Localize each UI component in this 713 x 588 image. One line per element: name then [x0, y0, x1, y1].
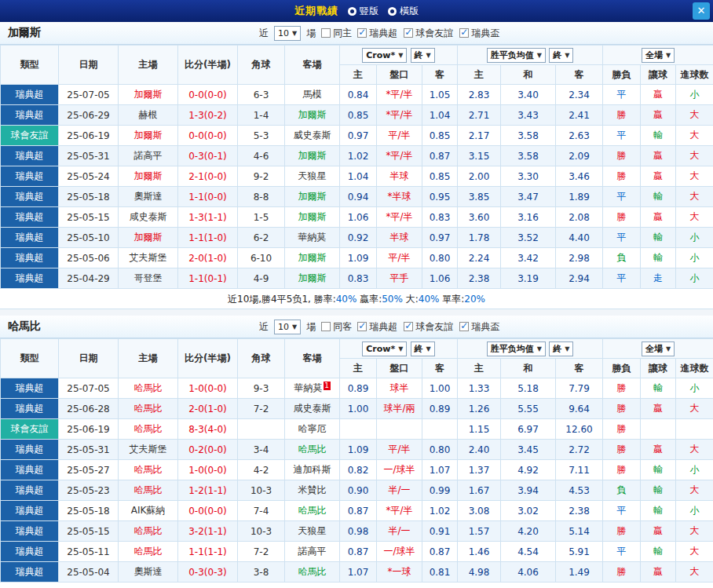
red-card-badge: 1	[324, 382, 331, 390]
league-label[interactable]: 瑞典盃	[471, 27, 499, 40]
league-label[interactable]: 瑞典超	[369, 320, 397, 334]
eu-away-odds: 2.09	[556, 146, 603, 166]
bookmaker-select[interactable]: Crow*▼	[362, 48, 407, 63]
league-checkbox-icon[interactable]	[357, 28, 367, 38]
layout-option-label[interactable]: 豎版	[360, 5, 378, 18]
league-filter[interactable]: 瑞典盃	[459, 27, 499, 40]
col-type: 類型	[1, 339, 59, 378]
league-label[interactable]: 球會友誼	[415, 320, 453, 334]
final-odds-select[interactable]: 終▼	[549, 341, 573, 356]
home-team: 加爾斯	[119, 166, 178, 187]
corner-score: 1-5	[238, 207, 285, 228]
league-checkbox-icon[interactable]	[357, 322, 367, 331]
close-icon[interactable]: ✕	[693, 2, 710, 20]
goals-result: 大	[676, 521, 713, 542]
average-odds-select[interactable]: 胜平负均值▼	[487, 48, 546, 63]
layout-option-horizontal[interactable]: 橫版	[388, 5, 419, 18]
league-type: 瑞典超	[1, 501, 59, 521]
ah-line: 一/球半	[377, 460, 422, 480]
checkbox-icon[interactable]	[321, 28, 331, 38]
match-score: 1-1(0-1)	[178, 268, 238, 289]
goals-result: 大	[676, 440, 713, 460]
match-score: 1-2(1-1)	[178, 480, 238, 501]
same-venue-label[interactable]: 同客	[333, 320, 352, 334]
final-odds-select[interactable]: 終▼	[411, 48, 435, 63]
goals-result: 大	[676, 562, 713, 583]
match-date: 25-04-29	[59, 268, 119, 289]
ah-home-odds: 1.06	[340, 207, 377, 228]
ah-away-odds: 0.89	[422, 399, 458, 419]
match-score: 1-3(1-1)	[178, 207, 238, 228]
radio-icon[interactable]	[388, 7, 397, 16]
eu-draw-odds: 3.43	[501, 105, 556, 126]
league-checkbox-icon[interactable]	[459, 322, 469, 331]
league-filter[interactable]: 球會友誼	[404, 320, 453, 334]
league-label[interactable]: 瑞典盃	[471, 320, 499, 334]
asian-odds-filters: Crow*▼ 終▼	[340, 46, 458, 65]
handicap-result: 輸	[641, 126, 676, 146]
league-filter[interactable]: 瑞典超	[357, 320, 397, 334]
eu-draw-odds: 3.94	[501, 480, 556, 501]
checkbox-icon[interactable]	[321, 322, 331, 331]
same-venue-label[interactable]: 同主	[333, 27, 352, 40]
league-type: 瑞典超	[1, 562, 59, 583]
layout-option-label[interactable]: 橫版	[400, 5, 419, 18]
away-team: 哈馬比	[285, 440, 340, 460]
layout-option-vertical[interactable]: 豎版	[348, 5, 378, 18]
col-ah-home: 主	[340, 65, 377, 85]
league-checkbox-icon[interactable]	[404, 322, 413, 331]
scope-select[interactable]: 全場▼	[642, 48, 675, 63]
final-odds-select[interactable]: 終▼	[549, 48, 573, 63]
eu-draw-odds: 4.92	[501, 460, 556, 480]
corner-score: 7-2	[238, 399, 285, 419]
ah-line	[377, 419, 422, 440]
col-home: 主場	[119, 46, 178, 85]
corner-score: 3-4	[238, 440, 285, 460]
league-label[interactable]: 瑞典超	[369, 27, 397, 40]
bookmaker-select[interactable]: Crow*▼	[362, 341, 407, 356]
league-checkbox-icon[interactable]	[404, 28, 413, 38]
home-team: 哈馬比	[119, 378, 178, 399]
league-checkbox-icon[interactable]	[459, 28, 469, 38]
eu-draw-odds: 4.20	[501, 521, 556, 542]
corner-score: 7-4	[238, 501, 285, 521]
average-odds-select[interactable]: 胜平负均值▼	[487, 341, 546, 356]
league-filter[interactable]: 球會友誼	[404, 27, 453, 40]
ah-away-odds: 1.05	[422, 85, 458, 105]
stat-label: 勝率:	[311, 294, 336, 305]
match-count-select[interactable]: 10▼	[274, 26, 301, 41]
same-venue-filter[interactable]: 同主	[321, 27, 352, 40]
home-team: 哈馬比	[119, 460, 178, 480]
corner-score: 10-3	[238, 521, 285, 542]
match-score: 8-3(4-0)	[178, 419, 238, 440]
eu-draw-odds: 6.97	[501, 419, 556, 440]
radio-icon[interactable]	[348, 7, 356, 16]
away-team: 天狼星	[285, 521, 340, 542]
col-goals: 進球数	[676, 359, 713, 378]
league-filter[interactable]: 瑞典盃	[459, 320, 499, 334]
scope-select[interactable]: 全場▼	[642, 341, 675, 356]
result: 勝	[603, 521, 641, 542]
result: 勝	[603, 460, 641, 480]
final-odds-select[interactable]: 終▼	[411, 341, 435, 356]
league-filter[interactable]: 瑞典超	[357, 27, 397, 40]
ah-home-odds: 1.09	[340, 440, 377, 460]
away-team: 華納莫1	[285, 378, 340, 399]
league-label[interactable]: 球會友誼	[415, 27, 453, 40]
eu-home-odds: 1.15	[458, 419, 501, 440]
match-row: 瑞典超25-07-05加爾斯0-0(0-0)6-3馬模0.84*平/半1.052…	[1, 85, 713, 105]
goals-result: 小	[676, 85, 713, 105]
chevron-down-icon: ▼	[426, 345, 431, 352]
away-team: 馬模	[285, 85, 340, 105]
away-team: 加爾斯	[285, 187, 340, 207]
handicap-result: 輸	[641, 460, 676, 480]
eu-draw-odds: 3.45	[501, 440, 556, 460]
eu-home-odds: 1.37	[458, 460, 501, 480]
home-team: 諾高平	[119, 146, 178, 166]
result: 平	[603, 187, 641, 207]
handicap-result: 贏	[641, 105, 676, 126]
match-count-select[interactable]: 10▼	[274, 320, 301, 334]
ah-line: 平手	[377, 268, 422, 289]
ah-away-odds: 0.95	[422, 187, 458, 207]
same-venue-filter[interactable]: 同客	[321, 320, 352, 334]
